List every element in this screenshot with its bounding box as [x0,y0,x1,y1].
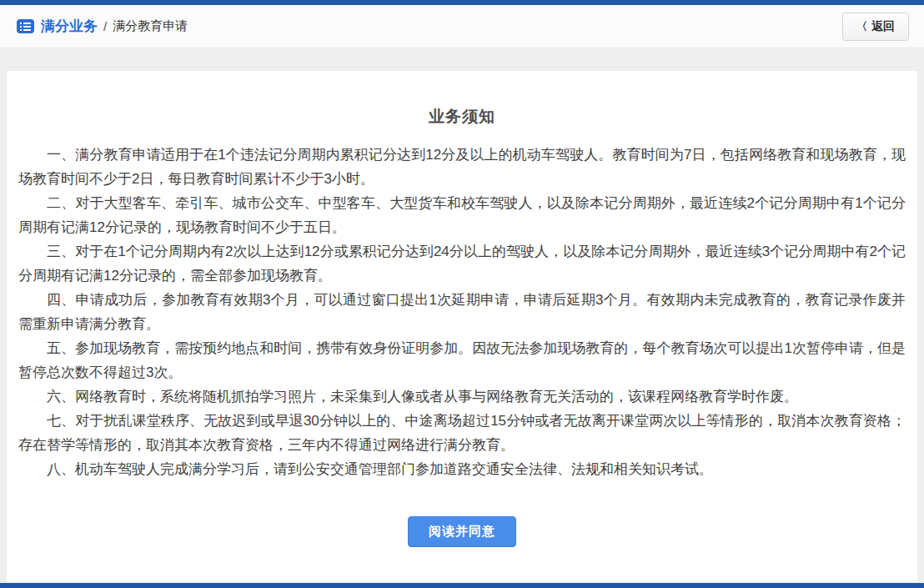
back-button[interactable]: 〈 返回 [842,13,909,41]
notice-paragraph-8: 八、机动车驾驶人完成满分学习后，请到公安交通管理部门参加道路交通安全法律、法规和… [18,457,906,481]
notice-paragraph-1: 一、满分教育申请适用于在1个违法记分周期内累积记分达到12分及以上的机动车驾驶人… [18,143,906,191]
bottom-accent-bar [0,583,924,588]
notice-paragraph-6: 六、网络教育时，系统将随机抓拍学习照片，未采集到人像或者从事与网络教育无关活动的… [18,384,906,409]
chevron-left-icon: 〈 [856,19,867,34]
notice-paragraph-5: 五、参加现场教育，需按预约地点和时间，携带有效身份证明参加。因故无法参加现场教育… [18,336,906,384]
notice-title: 业务须知 [18,106,906,128]
breadcrumb-current: 满分教育申请 [113,18,188,34]
breadcrumb: 满分业务 / 满分教育申请 [17,17,188,36]
notice-paragraph-2: 二、对于大型客车、牵引车、城市公交车、中型客车、大型货车和校车驾驶人，以及除本记… [18,191,906,239]
breadcrumb-separator: / [103,19,107,33]
agree-button[interactable]: 阅读并同意 [408,516,516,547]
notice-paragraph-3: 三、对于在1个记分周期内有2次以上达到12分或累积记分达到24分以上的驾驶人，以… [18,239,906,288]
agree-button-row: 阅读并同意 [18,516,906,547]
header: 满分业务 / 满分教育申请 〈 返回 [0,5,924,48]
notice-paragraph-7: 七、对于扰乱课堂秩序、无故迟到或早退30分钟以上的、中途离场超过15分钟或者无故… [18,409,906,457]
back-button-label: 返回 [871,19,895,34]
menu-list-icon [17,19,34,33]
notice-paragraph-4: 四、申请成功后，参加教育有效期3个月，可以通过窗口提出1次延期申请，申请后延期3… [18,288,906,336]
notice-card: 业务须知 一、满分教育申请适用于在1个违法记分周期内累积记分达到12分及以上的机… [6,70,918,583]
breadcrumb-section[interactable]: 满分业务 [41,17,98,36]
